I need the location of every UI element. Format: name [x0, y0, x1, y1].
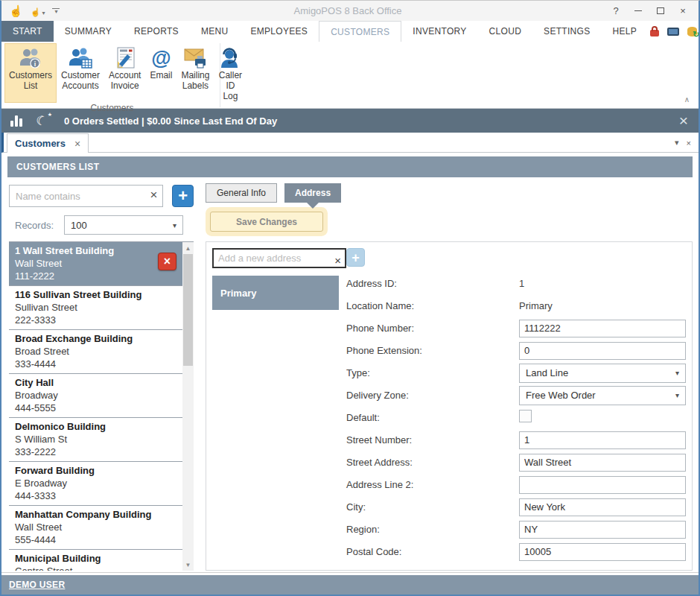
close-button[interactable]: ×: [672, 3, 694, 19]
add-address-input[interactable]: [212, 248, 346, 268]
records-count-value: 100: [71, 220, 87, 231]
mailing-labels-icon: [183, 46, 207, 70]
scrollbar-thumb[interactable]: [183, 254, 193, 366]
address-form: + Address ID: 1 Location Name: Primary P…: [346, 248, 687, 564]
tab-address[interactable]: Address: [284, 183, 341, 203]
customer-name: 116 Sullivan Street Building: [15, 288, 176, 301]
tab-customers[interactable]: CUSTOMERS: [319, 21, 401, 42]
detail-tabs: General Info Address: [206, 183, 693, 203]
customer-list-item[interactable]: 1 Wall Street Building Wall Street 111-2…: [9, 242, 182, 286]
chevron-down-icon: ▾: [675, 391, 679, 399]
tab-employees[interactable]: EMPLOYEES: [239, 21, 319, 42]
tab-settings[interactable]: SETTINGS: [532, 21, 601, 42]
doc-tab-customers[interactable]: Customers ×: [7, 133, 89, 153]
tab-reports[interactable]: REPORTS: [123, 21, 190, 42]
list-scrollbar[interactable]: ▲ ▼: [182, 242, 194, 571]
minimize-button[interactable]: [627, 3, 649, 19]
customer-list-item[interactable]: Manhattan Company Building Wall Street 5…: [9, 506, 182, 550]
customer-name: Delmonico Building: [15, 420, 176, 433]
tab-list-dropdown-icon[interactable]: ▾: [675, 138, 679, 148]
help-button[interactable]: ?: [605, 3, 627, 19]
scroll-down-icon[interactable]: ▼: [182, 559, 194, 571]
street-address-input[interactable]: [519, 454, 686, 472]
status-close-icon[interactable]: ×: [679, 113, 688, 128]
phone-extension-input[interactable]: [519, 342, 686, 360]
customer-list-item[interactable]: Broad Exchange Building Broad Street 333…: [9, 330, 182, 374]
delivery-zone-select[interactable]: Free Web Order ▾: [519, 386, 686, 405]
customer-phone: 444-3333: [15, 489, 176, 502]
monitor-icon: [667, 28, 679, 36]
tabstrip-close-icon[interactable]: ×: [687, 139, 691, 148]
ribbon-account-invoice-button[interactable]: Account Invoice: [104, 43, 145, 103]
chart-icon[interactable]: [10, 115, 22, 127]
street-number-input[interactable]: [519, 431, 686, 449]
tab-start[interactable]: START: [1, 21, 54, 42]
customers-list-panel: × + Records: 100 ▾ 1 Wall Street Buildin…: [7, 177, 194, 571]
tab-cloud[interactable]: CLOUD: [478, 21, 533, 42]
customize-toolbar-button[interactable]: ▾: [52, 8, 60, 13]
field-label: Address Line 2:: [346, 479, 519, 490]
clear-address-icon[interactable]: ×: [334, 254, 341, 267]
customer-street: Sullivan Street: [15, 301, 176, 314]
records-count-select[interactable]: 100 ▾: [64, 215, 183, 235]
add-address-button[interactable]: +: [346, 248, 365, 267]
customer-phone: 555-4444: [15, 533, 176, 546]
customer-list-item[interactable]: Forward Building E Broadway 444-3333: [9, 462, 182, 506]
delete-customer-button[interactable]: ×: [158, 253, 176, 270]
ribbon-email-button[interactable]: @ Email: [145, 43, 176, 103]
records-label: Records:: [15, 220, 54, 231]
region-input[interactable]: [519, 521, 686, 539]
maximize-button[interactable]: [649, 3, 672, 19]
database-sync-button[interactable]: ↻: [685, 25, 699, 38]
tab-menu[interactable]: MENU: [190, 21, 240, 42]
tab-inventory[interactable]: INVENTORY: [401, 21, 477, 42]
customer-name: Manhattan Company Building: [15, 508, 176, 521]
lock-button[interactable]: [648, 25, 661, 38]
default-checkbox[interactable]: [519, 410, 532, 422]
scroll-up-icon[interactable]: ▲: [182, 242, 194, 254]
minimize-icon: [634, 10, 642, 11]
ribbon-customer-accounts-button[interactable]: Customer Accounts: [57, 43, 104, 103]
customer-list-item[interactable]: Delmonico Building S William St 333-2222: [9, 418, 182, 462]
field-label: Phone Extension:: [346, 345, 519, 356]
end-of-day-button[interactable]: ☾ ★: [36, 113, 52, 129]
main-content: CUSTOMERS LIST × + Records: 100 ▾: [1, 153, 699, 571]
customer-street: S William St: [15, 433, 176, 446]
tab-help[interactable]: HELP: [602, 21, 649, 42]
customer-list-item[interactable]: Municipal Building Centre Street 111-000…: [9, 550, 182, 571]
save-changes-button[interactable]: Save Changes: [210, 212, 323, 232]
ribbon-customers-list-button[interactable]: i Customers List: [4, 43, 57, 103]
ribbon-mailing-labels-button[interactable]: Mailing Labels: [176, 43, 214, 103]
customer-search-input[interactable]: [9, 185, 163, 207]
tab-summary[interactable]: SUMMARY: [54, 21, 123, 42]
customer-street: Wall Street: [15, 521, 176, 533]
clear-search-icon[interactable]: ×: [150, 188, 157, 203]
ribbon-caller-id-log-button[interactable]: Caller ID Log: [214, 43, 246, 103]
svg-text:i: i: [34, 60, 36, 68]
touch-mode-button[interactable]: ☝▾: [31, 4, 45, 18]
customer-list-item[interactable]: City Hall Broadway 444-5555: [9, 374, 182, 418]
ribbon-item-label: Email: [150, 70, 172, 80]
ribbon-collapse-button[interactable]: ∧: [684, 95, 690, 104]
customer-list-item[interactable]: 116 Sullivan Street Building Sullivan St…: [9, 286, 182, 330]
doc-tab-label: Customers: [15, 138, 66, 149]
postal-code-input[interactable]: [519, 543, 686, 561]
field-label: Phone Number:: [346, 323, 519, 334]
tabstrip-controls: ▾ ×: [675, 138, 699, 152]
orders-status-text: 0 Orders Settled | $0.00 Since Last End …: [64, 115, 277, 127]
tab-general-info[interactable]: General Info: [206, 183, 277, 203]
ribbon-tab-bar: START SUMMARY REPORTS MENU EMPLOYEES CUS…: [1, 21, 699, 42]
maximize-icon: [657, 7, 664, 14]
ribbon-group-customers: i Customers List: [4, 43, 220, 107]
current-user-link[interactable]: DEMO USER: [9, 580, 65, 590]
address-list-item-primary[interactable]: Primary: [212, 276, 339, 310]
phone-number-input[interactable]: [519, 320, 686, 337]
field-label: Postal Code:: [346, 546, 519, 557]
city-input[interactable]: [519, 498, 686, 516]
add-customer-button[interactable]: +: [172, 185, 194, 207]
doc-tab-close-icon[interactable]: ×: [74, 138, 80, 150]
phone-type-select[interactable]: Land Line ▾: [519, 364, 686, 383]
address-line-2-input[interactable]: [519, 476, 686, 494]
touch-mode-icon: ☝: [31, 7, 41, 16]
display-button[interactable]: [666, 25, 680, 38]
